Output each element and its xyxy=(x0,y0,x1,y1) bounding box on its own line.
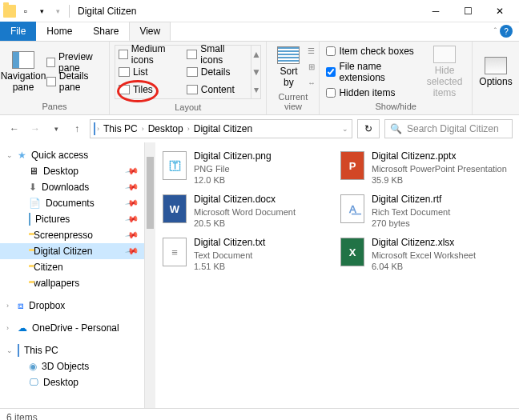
pin-icon: 📌 xyxy=(125,196,140,211)
sidebar-item-screenpresso[interactable]: Screenpresso📌 xyxy=(0,227,144,243)
file-type: Rich Text Document xyxy=(372,206,450,218)
recent-dropdown[interactable]: ▾ xyxy=(48,125,64,133)
nav-onedrive[interactable]: ›☁OneDrive - Personal xyxy=(0,320,144,336)
sidebar-item-wallpapers[interactable]: wallpapers xyxy=(0,275,144,291)
hide-selected-button[interactable]: Hide selected items xyxy=(420,43,469,100)
tiles-button[interactable]: Tiles xyxy=(115,81,183,98)
size-columns-icon[interactable]: ↔ xyxy=(308,78,316,87)
item-count: 6 items xyxy=(6,412,38,421)
preview-pane-icon xyxy=(46,58,55,67)
file-type: Microsoft Word Document xyxy=(194,206,296,218)
list-button[interactable]: List xyxy=(115,63,183,81)
small-icons-button[interactable]: Small icons xyxy=(183,46,251,63)
details-pane-button[interactable]: Details pane xyxy=(43,73,106,90)
hidden-items-checkbox[interactable]: Hidden items xyxy=(323,86,420,100)
sidebar-item-label: Desktop xyxy=(43,166,78,177)
tab-home[interactable]: Home xyxy=(36,22,82,41)
nav-this-pc[interactable]: ⌄This PC xyxy=(0,342,144,358)
sidebar-item-documents[interactable]: 📄Documents📌 xyxy=(0,195,144,211)
nav-desktop[interactable]: 🖵Desktop xyxy=(0,374,144,390)
file-name: Digital Citizen.txt xyxy=(194,237,265,250)
up-button[interactable]: ↑ xyxy=(69,123,85,134)
options-button[interactable]: Options xyxy=(476,43,516,100)
item-check-boxes-checkbox[interactable]: Item check boxes xyxy=(323,44,420,58)
file-name: Digital Citizen.rtf xyxy=(372,194,450,206)
file-tile[interactable]: 🇹Digital Citizen.pngPNG File12.0 KB xyxy=(162,150,335,186)
crumb-thispc[interactable]: This PC xyxy=(101,123,140,134)
file-name: Digital Citizenz.pptx xyxy=(372,150,507,163)
sidebar-item-downloads[interactable]: ⬇Downloads📌 xyxy=(0,179,144,195)
close-button[interactable]: ✕ xyxy=(484,0,516,22)
file-tile[interactable]: WDigital Citizen.docxMicrosoft Word Docu… xyxy=(162,194,335,229)
layout-scroll-down-icon[interactable]: ▼ xyxy=(251,66,261,78)
file-list[interactable]: 🇹Digital Citizen.pngPNG File12.0 KBPDigi… xyxy=(155,142,519,408)
content-button[interactable]: Content xyxy=(183,81,251,98)
search-placeholder: Search Digital Citizen xyxy=(407,123,499,134)
chevron-down-icon[interactable]: ⌄ xyxy=(6,151,13,159)
qat-dropdown-icon[interactable]: ▾ xyxy=(35,5,48,18)
chevron-right-icon[interactable]: › xyxy=(6,302,9,310)
layout-scroll-up-icon[interactable]: ▲ xyxy=(251,49,261,60)
breadcrumb-dropdown-icon[interactable]: ⌄ xyxy=(342,125,348,133)
ribbon: Navigation pane Preview pane Details pan… xyxy=(0,42,519,115)
chevron-right-icon[interactable]: › xyxy=(97,125,99,133)
folder-icon: 🖥 xyxy=(29,166,38,177)
qat-overflow-icon[interactable]: ▾ xyxy=(51,5,64,18)
layout-group-label: Layout xyxy=(113,101,263,114)
layout-expand-icon[interactable]: ▾ xyxy=(254,84,259,95)
maximize-button[interactable]: ☐ xyxy=(452,0,484,22)
properties-icon[interactable]: ▫ xyxy=(19,5,32,18)
sidebar-item-citizen[interactable]: Citizen xyxy=(0,259,144,275)
search-box[interactable]: 🔍 Search Digital Citizen xyxy=(384,119,513,138)
tab-share[interactable]: Share xyxy=(82,22,129,41)
minimize-button[interactable]: ─ xyxy=(420,0,452,22)
breadcrumb[interactable]: › This PC › Desktop › Digital Citizen ⌄ xyxy=(90,119,352,138)
file-tile[interactable]: PDigital Citizenz.pptxMicrosoft PowerPoi… xyxy=(340,150,513,186)
chevron-right-icon[interactable]: › xyxy=(187,125,190,133)
tab-view[interactable]: View xyxy=(129,22,171,41)
showhide-group-label: Show/hide xyxy=(323,100,469,113)
file-tile[interactable]: ≡Digital Citizen.txtText Document1.51 KB xyxy=(162,237,335,272)
sort-by-button[interactable]: Sort by xyxy=(270,43,307,90)
medium-icons-button[interactable]: Medium icons xyxy=(115,46,183,63)
desktop-icon: 🖵 xyxy=(29,377,38,388)
nav-quick-access[interactable]: ⌄★Quick access xyxy=(0,147,144,163)
collapse-ribbon-icon[interactable]: ˆ xyxy=(494,27,497,36)
nav-3d-objects[interactable]: ◉3D Objects xyxy=(0,358,144,374)
sidebar-item-desktop[interactable]: 🖥Desktop📌 xyxy=(0,163,144,179)
star-icon: ★ xyxy=(18,150,26,161)
navigation-pane[interactable]: ⌄★Quick access 🖥Desktop📌⬇Downloads📌📄Docu… xyxy=(0,142,144,408)
back-button[interactable]: ← xyxy=(6,123,22,134)
crumb-desktop[interactable]: Desktop xyxy=(146,123,186,134)
file-type: Text Document xyxy=(194,250,265,261)
file-extensions-checkbox[interactable]: File name extensions xyxy=(323,59,420,85)
chevron-right-icon[interactable]: › xyxy=(6,324,9,332)
options-icon xyxy=(485,57,507,74)
chevron-down-icon[interactable]: ⌄ xyxy=(6,346,13,354)
pin-icon: 📌 xyxy=(125,212,140,227)
sidebar-item-digital-citizen[interactable]: Digital Citizen📌 xyxy=(0,243,144,259)
cloud-icon: ☁ xyxy=(18,322,27,334)
chevron-right-icon[interactable]: › xyxy=(142,125,144,133)
crumb-current[interactable]: Digital Citizen xyxy=(191,123,255,134)
add-columns-icon[interactable]: ⊞ xyxy=(308,62,315,71)
refresh-button[interactable]: ↻ xyxy=(357,119,380,138)
help-icon[interactable]: ? xyxy=(500,25,513,38)
file-tile[interactable]: XDigital Citizenz.xlsxMicrosoft Excel Wo… xyxy=(340,237,513,272)
nav-scrollbar[interactable] xyxy=(144,142,155,408)
titlebar: ▫ ▾ ▾ Digital Citizen ─ ☐ ✕ xyxy=(0,0,519,22)
file-name: Digital Citizen.docx xyxy=(194,194,296,206)
tab-file[interactable]: File xyxy=(0,22,36,41)
preview-pane-button[interactable]: Preview pane xyxy=(43,54,106,71)
forward-button[interactable]: → xyxy=(27,123,43,134)
sidebar-item-pictures[interactable]: Pictures📌 xyxy=(0,211,144,227)
file-type: Microsoft Excel Worksheet xyxy=(372,250,476,261)
docx-icon: W xyxy=(162,194,187,224)
navigation-pane-button[interactable]: Navigation pane xyxy=(3,43,43,100)
nav-dropbox[interactable]: ›⧈Dropbox xyxy=(0,298,144,314)
file-size: 6.04 KB xyxy=(372,261,476,272)
file-tile[interactable]: A͟Digital Citizen.rtfRich Text Document2… xyxy=(340,194,513,229)
rtf-icon: A͟ xyxy=(340,194,365,224)
group-by-icon[interactable]: ☰ xyxy=(308,46,315,55)
details-view-button[interactable]: Details xyxy=(183,63,251,81)
